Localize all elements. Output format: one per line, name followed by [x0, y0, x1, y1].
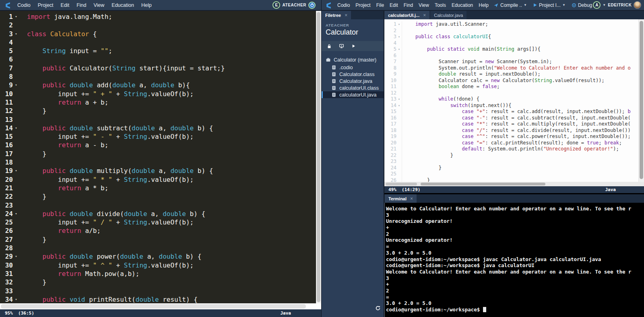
codio-logo-icon[interactable] [4, 2, 12, 8]
fold-arrow-icon[interactable]: ▾ [13, 252, 19, 261]
fold-arrow-icon[interactable]: ▾ [396, 96, 402, 103]
left-cursor-position: 95% (36:5) [5, 311, 34, 316]
code-text: input += " / " + String.valueOf(b); [19, 218, 194, 226]
run-play-icon[interactable] [351, 44, 356, 48]
left-language-mode[interactable]: Java [281, 311, 291, 316]
filetree-item-calculatorUI.java[interactable]: calculatorUI.java [322, 91, 384, 98]
right-vscroll-thumb[interactable] [640, 21, 643, 179]
right-editor-vscrollbar[interactable] [638, 19, 644, 182]
menu-item-codio[interactable]: Codio [14, 2, 34, 8]
code-text: public void printResult(double result) { [19, 295, 198, 303]
code-text: case "*": result = calc.multiply(result,… [402, 121, 631, 128]
code-text [402, 171, 415, 177]
right-code-area[interactable]: 1▾import java.util.Scanner;23▾public cla… [384, 19, 638, 182]
menu-item-help[interactable]: Help [138, 2, 155, 8]
left-editor-vscrollbar[interactable] [316, 11, 321, 303]
fold-gutter [13, 72, 19, 81]
right-editor-hscrollbar[interactable] [384, 182, 644, 186]
line-number: 6 [0, 55, 13, 64]
left-code-area[interactable]: 1▾import java.lang.Math;23▾class Calcula… [0, 11, 316, 303]
debug-button[interactable]: Debug [570, 2, 594, 8]
profile-photo-avatar[interactable] [634, 1, 641, 9]
left-menubar: CodioProjectEditFindViewEducationHelp E … [0, 0, 321, 11]
close-icon[interactable]: × [345, 12, 347, 18]
project-root-node[interactable]: Calculator (master) [322, 56, 384, 64]
left-vscroll-thumb[interactable] [317, 12, 320, 302]
line-number: 24 [0, 210, 13, 218]
fold-arrow-icon[interactable]: ▾ [396, 34, 402, 40]
hscroll-thumb-small[interactable] [386, 183, 417, 185]
fold-gutter [13, 158, 19, 167]
code-line-6: 6 [0, 55, 316, 64]
filetree-item-Calculator.class[interactable]: Calculator.class [322, 71, 384, 78]
menu-item-edit[interactable]: Edit [57, 2, 73, 8]
menu-item-project[interactable]: Project [34, 2, 57, 8]
right-editor[interactable]: 1▾import java.util.Scanner;23▾public cla… [384, 19, 644, 182]
left-hscroll-thumb[interactable] [1, 304, 306, 309]
tab-calculator-java[interactable]: Calculator.java [430, 11, 466, 19]
menu-item-codio[interactable]: Codio [334, 2, 353, 8]
filetree-item-Calculator.java[interactable]: Calculator.java [322, 78, 384, 84]
right-language-mode[interactable]: Java [605, 187, 616, 192]
code-line-33: 33 [0, 287, 316, 295]
filetree-tab[interactable]: Filetree × [322, 11, 351, 19]
menu-item-find[interactable]: Find [73, 2, 90, 8]
fold-arrow-icon[interactable]: ▾ [13, 12, 19, 21]
power-icon[interactable] [308, 2, 316, 9]
code-text: return Math.pow(a,b); [19, 270, 139, 278]
menu-item-file[interactable]: File [374, 2, 387, 8]
filetree-item-.codio[interactable]: .codio [322, 64, 384, 71]
menu-item-education[interactable]: Education [108, 2, 138, 8]
menu-item-view[interactable]: View [90, 2, 108, 8]
left-editor-hscrollbar[interactable] [0, 303, 321, 309]
fold-arrow-icon[interactable]: ▾ [396, 103, 402, 109]
code-line-3: 3▾public class calculatorUI{ [384, 34, 638, 40]
menu-item-education[interactable]: Education [449, 2, 476, 8]
filetree-tabbar: Filetree × [322, 11, 384, 19]
codio-logo-icon[interactable] [325, 2, 332, 8]
tab-calculatorui-java[interactable]: calculatorUI.j... × [384, 11, 429, 19]
code-text: } [19, 107, 46, 115]
preview-monitor-icon[interactable] [339, 43, 344, 49]
hscroll-thumb-main[interactable] [421, 183, 545, 185]
compile-button[interactable]: Compile .. ▼ [491, 2, 529, 8]
user-avatar[interactable]: E [272, 1, 280, 9]
menu-item-edit[interactable]: Edit [387, 2, 401, 8]
code-text: } [402, 152, 453, 159]
close-icon[interactable]: × [423, 12, 426, 18]
line-number: 20 [0, 175, 13, 184]
close-icon[interactable]: × [410, 196, 413, 202]
filetree-item-calculatorUI.class[interactable]: calculatorUI.class [322, 84, 384, 91]
fold-arrow-icon[interactable]: ▾ [396, 21, 402, 28]
code-line-21: 21 default: System.out.println("Unrecogn… [384, 146, 638, 152]
menu-item-help[interactable]: Help [476, 2, 491, 8]
menu-item-tools[interactable]: Tools [432, 2, 449, 8]
left-statusbar: 95% (36:5) Java [0, 309, 321, 317]
filetree-toolbar [322, 41, 384, 51]
fold-gutter [396, 140, 402, 146]
fold-arrow-icon[interactable]: ▾ [13, 30, 19, 38]
user-avatar[interactable]: A [593, 1, 601, 9]
fold-arrow-icon[interactable]: ▾ [396, 46, 402, 53]
code-text: public Calculator(String start){input = … [19, 64, 225, 72]
chevron-down-icon[interactable]: ▼ [603, 3, 606, 7]
fold-gutter [396, 84, 402, 90]
code-line-11: 11 boolean done = false; [384, 84, 638, 90]
line-number: 12 [384, 90, 396, 97]
fold-arrow-icon[interactable]: ▾ [13, 81, 19, 89]
fold-arrow-icon[interactable]: ▾ [13, 167, 19, 175]
left-editor[interactable]: 1▾import java.lang.Math;23▾class Calcula… [0, 11, 321, 303]
fold-arrow-icon[interactable]: ▾ [13, 210, 19, 218]
terminal-tab[interactable]: Terminal × [385, 194, 417, 203]
fold-arrow-icon[interactable]: ▾ [13, 124, 19, 132]
terminal[interactable]: Welcome to Calculator! Enter each number… [384, 203, 644, 317]
code-line-17: 17 case "*": result = calc.multiply(resu… [384, 121, 638, 128]
refresh-icon[interactable] [375, 305, 381, 311]
terminal-line: Unrecognized operator! [386, 237, 644, 243]
lock-icon[interactable] [327, 44, 332, 49]
menu-item-find[interactable]: Find [401, 2, 416, 8]
project-run-button[interactable]: Project I... ▼ [531, 2, 568, 8]
menu-item-project[interactable]: Project [353, 2, 373, 8]
menu-item-view[interactable]: View [416, 2, 432, 8]
fold-arrow-icon[interactable]: ▾ [13, 295, 19, 303]
